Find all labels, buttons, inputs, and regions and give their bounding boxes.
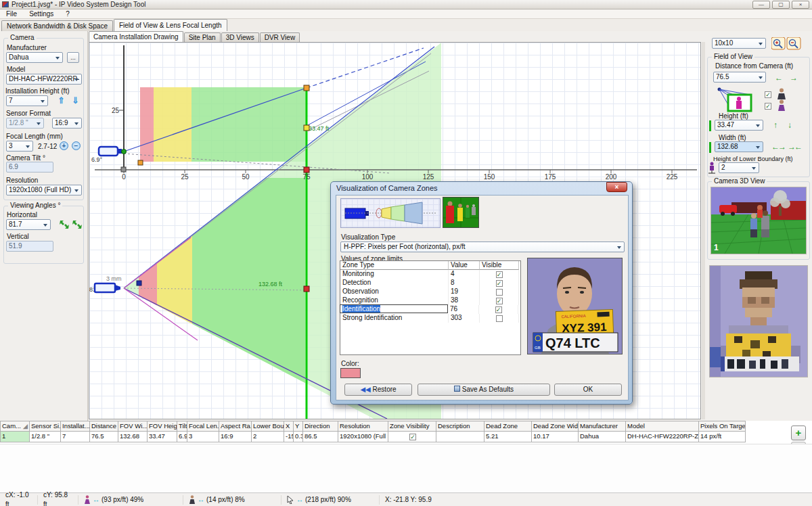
manufacturer-more-button[interactable]: ...	[67, 52, 79, 63]
height-color-bar	[709, 120, 711, 131]
camera-tilt-label: Camera Tilt °	[6, 154, 45, 162]
visualization-type-label: Visualization Type	[341, 233, 395, 241]
cursor-y-status: cY: 95.8 ft	[38, 495, 78, 505]
svg-text:CALIFORNIA: CALIFORNIA	[562, 314, 586, 319]
dialog-close-button[interactable]: ×	[606, 182, 627, 192]
model-select[interactable]: DH-HAC-HFW2220RP-	[6, 74, 82, 85]
svg-text:75: 75	[302, 173, 311, 181]
aspect-ratio-select[interactable]: 16:9	[52, 118, 82, 129]
zone-row-identification[interactable]: Identification76✓	[340, 305, 520, 314]
zone-visibility-checkbox[interactable]: ✓	[409, 434, 416, 440]
resolution-select[interactable]: 1920x1080 (Full HD)	[6, 185, 82, 196]
add-camera-button[interactable]: +	[791, 426, 806, 440]
zone-row-strong-identification[interactable]: Strong Identification303	[340, 314, 520, 323]
sensor-format-select: 1/2.8 "	[6, 118, 44, 129]
zones-people-thumbnail	[443, 197, 479, 228]
focal-minus-icon[interactable]: −	[72, 141, 81, 150]
visualization-dialog[interactable]: Visualization of Camera Zones ×	[330, 181, 633, 405]
plan-view-camera-icon[interactable]	[95, 283, 120, 292]
show-woman-checkbox[interactable]: ✓	[765, 103, 771, 110]
zoom-in-out-icons[interactable]	[771, 37, 801, 50]
cameras-table-header: Cam... ◢ Sensor Si... Installat... Dista…	[0, 421, 812, 432]
height-down-icon[interactable]: ⇓	[72, 96, 79, 105]
tab-dvr-view[interactable]: DVR View	[260, 32, 300, 42]
horizontal-angle-select[interactable]: 81.7	[6, 219, 51, 230]
minimize-button[interactable]: —	[752, 1, 770, 9]
distance-select[interactable]: 76.5	[713, 72, 766, 83]
visible-checkbox[interactable]: ✓	[496, 298, 503, 304]
show-man-checkbox[interactable]: ✓	[765, 91, 771, 98]
woman-status-icon	[84, 495, 91, 504]
width-shrink-icon[interactable]: →←	[788, 143, 801, 151]
visible-checkbox[interactable]	[496, 289, 503, 296]
save-as-defaults-button[interactable]: Save As Defaults	[418, 384, 550, 396]
zone-row-detection[interactable]: Detection8✓	[340, 279, 520, 288]
fov-height-label: Height (ft)	[719, 112, 748, 120]
manufacturer-select[interactable]: Dahua	[6, 52, 63, 63]
lower-boundary-label: Height of Lower Boundary (ft)	[713, 156, 793, 162]
svg-text:GB: GB	[535, 346, 541, 350]
focal-length-select[interactable]: 3	[6, 141, 33, 152]
sort-icon: ◢	[23, 422, 28, 430]
dialog-body: Visualization Type H-PPF: Pixels per Foo…	[336, 195, 629, 400]
fov-width-select[interactable]: 132.68	[715, 141, 763, 152]
tab-network-bandwidth[interactable]: Network Bandwidth & Disk Space	[1, 20, 113, 31]
app-icon	[2, 1, 9, 7]
identification-edit-cell[interactable]: Identification	[340, 304, 448, 313]
side-view-camera-icon[interactable]	[99, 147, 127, 156]
visible-checkbox[interactable]: ✓	[496, 271, 503, 278]
width-expand-icon[interactable]: ←→	[771, 143, 785, 151]
fov-height-down-icon[interactable]: ↓	[788, 121, 792, 129]
camera-3d-title: Camera 3D View	[712, 177, 767, 185]
expand-angle-icon[interactable]	[60, 220, 83, 229]
tab-field-of-view[interactable]: Field of View & Lens Focal Length	[114, 19, 227, 31]
title-bar: Project1.jvsg* - IP Video System Design …	[0, 0, 812, 9]
menu-file[interactable]: File	[0, 10, 23, 18]
zone-color-swatch[interactable]	[340, 368, 361, 378]
installation-height-label: Installation Height (ft)	[5, 87, 70, 95]
height-up-icon[interactable]: ⇑	[58, 96, 65, 105]
menu-help[interactable]: ?	[60, 10, 76, 18]
fov-width-label: Width (ft)	[719, 134, 746, 141]
cursor-x-status: cX: -1.0 ft	[0, 495, 38, 505]
zone-row-monitoring[interactable]: Monitoring4✓	[340, 270, 520, 279]
camera-tilt-field: 6.9	[6, 162, 53, 172]
camera-group-title: Camera	[8, 34, 37, 41]
close-button[interactable]: ×	[792, 1, 809, 9]
vertical-label: Vertical	[7, 233, 29, 240]
grid-size-select[interactable]: 10x10	[712, 38, 766, 49]
camera-3d-view[interactable]: 1	[710, 187, 807, 254]
tab-site-plan[interactable]: Site Plan	[184, 32, 221, 42]
restore-button[interactable]: ◀◀ Restore	[344, 384, 412, 396]
distance-left-icon[interactable]: ←	[775, 74, 783, 82]
vertical-angle-field: 51.9	[6, 241, 53, 252]
tab-3d-views[interactable]: 3D Views	[221, 32, 259, 42]
visible-checkbox[interactable]: ✓	[495, 306, 502, 313]
pixelated-preview[interactable]	[709, 265, 808, 377]
svg-text:150: 150	[484, 173, 495, 181]
lower-boundary-select[interactable]: 2	[719, 162, 759, 173]
zone-row-observation[interactable]: Observation19	[340, 288, 520, 296]
zone-limits-table[interactable]: Zone TypeValueVisible Monitoring4✓ Detec…	[340, 260, 521, 355]
sensor-format-label: Sensor Format	[6, 110, 51, 117]
tab-camera-installation-drawing[interactable]: Camera Installation Drawing	[89, 31, 183, 42]
xy-status: X: -21.8 Y: 95.9	[380, 495, 474, 505]
zone-table-header: Zone TypeValueVisible	[340, 261, 520, 270]
fov-target-icon	[716, 87, 755, 114]
installation-height-select[interactable]: 7	[6, 95, 48, 106]
camera-row-1[interactable]: 1 1/2.8 " 7 76.5 132.68 33.47 6.9 3 16:9…	[0, 432, 812, 442]
maximize-button[interactable]: ▢	[772, 1, 790, 9]
visualization-type-select[interactable]: H-PPF: Pixels per Foot (horizontal), px/…	[340, 242, 625, 252]
visible-checkbox[interactable]: ✓	[496, 280, 503, 287]
focal-plus-icon[interactable]: +	[60, 141, 68, 150]
visible-checkbox[interactable]	[496, 315, 503, 322]
menu-settings[interactable]: Settings	[23, 10, 60, 18]
svg-text:225: 225	[667, 173, 678, 181]
tilt-angle-label: 6.9°	[91, 156, 103, 163]
cameras-table[interactable]: Cam... ◢ Sensor Si... Installat... Dista…	[0, 421, 812, 444]
distance-right-icon[interactable]: →	[790, 74, 798, 82]
woman-icon	[777, 99, 786, 111]
fov-height-select[interactable]: 33.47	[715, 120, 763, 131]
ok-button[interactable]: OK	[554, 384, 622, 396]
fov-height-up-icon[interactable]: ↑	[773, 121, 777, 129]
